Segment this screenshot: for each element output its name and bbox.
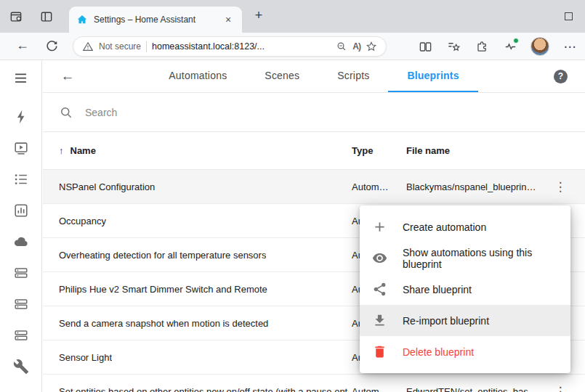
menu-item-label: Create automation: [403, 221, 486, 233]
logbook-icon[interactable]: [12, 171, 30, 188]
trash-icon: [372, 344, 387, 359]
security-label: Not secure: [99, 41, 141, 52]
profile-avatar[interactable]: [530, 37, 549, 56]
read-aloud-icon[interactable]: A): [352, 41, 360, 52]
table-row[interactable]: Set entities based on other entities new…: [43, 375, 585, 392]
essentials-status-dot: [513, 38, 519, 44]
history-icon[interactable]: [12, 202, 30, 219]
split-screen-icon[interactable]: [417, 38, 433, 54]
ha-sidebar: [0, 60, 42, 392]
share-icon: [372, 282, 387, 297]
menu-item-label: Share blueprint: [403, 284, 472, 295]
search-icon: [59, 105, 73, 120]
blueprint-context-menu: Create automation Show automations using…: [360, 205, 570, 373]
zoom-out-icon[interactable]: [336, 41, 347, 52]
tab-automations[interactable]: Automations: [150, 60, 246, 92]
menu-item-show-automations[interactable]: Show automations using this blueprint: [360, 242, 570, 274]
row-name: NSPanel Configuration: [59, 181, 155, 192]
menu-item-label: Show automations using this blueprint: [403, 247, 558, 270]
energy-icon[interactable]: [12, 108, 30, 126]
row-name: Philips Hue v2 Smart Dimmer Switch and R…: [59, 284, 267, 295]
server-addon-icon-3[interactable]: [12, 327, 30, 344]
tab-title: Settings – Home Assistant: [94, 15, 216, 25]
column-header-name-label: Name: [70, 145, 96, 156]
menu-item-delete-blueprint[interactable]: Delete blueprint: [360, 336, 570, 367]
toolbar-right-buttons: ⋯: [417, 33, 578, 60]
row-overflow-menu-icon[interactable]: ⋮: [552, 179, 569, 195]
titlebar-left-buttons: [7, 0, 55, 33]
home-assistant-favicon: [76, 14, 88, 25]
developer-tools-icon[interactable]: [12, 358, 30, 375]
new-tab-button[interactable]: +: [250, 8, 267, 23]
server-addon-icon-2[interactable]: [12, 295, 30, 313]
ha-tabset: Automations Scenes Scripts Blueprints: [150, 60, 477, 92]
row-type: Autom…: [352, 386, 389, 392]
sort-ascending-icon: ↑: [59, 145, 64, 156]
menu-item-share-blueprint[interactable]: Share blueprint: [360, 274, 570, 305]
row-name: Overheating detection for all temperatur…: [59, 250, 266, 261]
server-addon-icon-1[interactable]: [12, 264, 30, 282]
row-name: Send a camera snapshot when motion is de…: [59, 318, 268, 329]
menu-item-create-automation[interactable]: Create automation: [360, 211, 570, 242]
cloud-icon[interactable]: [12, 233, 30, 250]
column-header-name[interactable]: ↑ Name: [59, 145, 96, 156]
sidebar-menu-icon[interactable]: [12, 69, 30, 86]
menu-item-label: Delete blueprint: [403, 346, 474, 358]
address-bar[interactable]: Not secure homeassistant.local:8123/... …: [73, 36, 387, 57]
tab-blueprints[interactable]: Blueprints: [388, 60, 477, 92]
maximize-button[interactable]: [565, 12, 573, 20]
row-file: EdwardTEN/set_entities_bas…: [406, 386, 538, 392]
tab-actions-icon[interactable]: [38, 8, 55, 25]
browser-essentials-icon[interactable]: [502, 38, 518, 54]
row-overflow-menu-icon[interactable]: ⋮: [552, 384, 569, 392]
blueprints-header: ← Automations Scenes Scripts Blueprints …: [43, 60, 585, 93]
search-input[interactable]: [85, 107, 318, 118]
search-row: [43, 93, 585, 132]
row-name: Set entities based on other entities new…: [59, 386, 348, 392]
column-header-file[interactable]: File name: [406, 145, 450, 156]
favorites-hub-icon[interactable]: [445, 38, 461, 54]
browser-back-button[interactable]: ←: [15, 38, 31, 53]
row-file: Blackymas/nspanel_blueprin…: [406, 181, 536, 192]
row-name: Occupancy: [59, 216, 106, 226]
not-secure-warning-icon[interactable]: [82, 41, 94, 52]
browser-tab[interactable]: Settings – Home Assistant ×: [69, 7, 242, 33]
address-divider: [146, 41, 147, 52]
refresh-button[interactable]: [45, 39, 59, 53]
sidebar-nav-icons: [12, 108, 30, 375]
url-text[interactable]: homeassistant.local:8123/...: [152, 41, 331, 52]
tab-scripts[interactable]: Scripts: [318, 60, 388, 92]
menu-item-reimport-blueprint[interactable]: Re-import blueprint: [360, 305, 570, 336]
tab-scenes[interactable]: Scenes: [246, 60, 318, 92]
table-header: ↑ Name Type File name: [43, 132, 585, 170]
row-type: Autom…: [352, 181, 389, 192]
row-name: Sensor Light: [59, 352, 112, 363]
menu-item-label: Re-import blueprint: [403, 315, 489, 327]
plus-icon: [372, 219, 387, 234]
table-row[interactable]: NSPanel Configuration Autom… Blackymas/n…: [43, 170, 585, 204]
tab-close-icon[interactable]: ×: [222, 14, 235, 25]
help-button[interactable]: ?: [554, 70, 568, 83]
browser-menu-button[interactable]: ⋯: [562, 38, 578, 54]
extensions-icon[interactable]: [474, 38, 490, 54]
browser-titlebar: Settings – Home Assistant × +: [0, 0, 585, 33]
ha-back-button[interactable]: ←: [59, 68, 76, 84]
column-header-type[interactable]: Type: [352, 145, 373, 156]
browser-toolbar: ← Not secure homeassistant.local:8123/..…: [0, 33, 585, 60]
workspaces-icon[interactable]: [7, 8, 25, 25]
favorites-star-icon[interactable]: [366, 41, 377, 52]
media-browser-icon[interactable]: [12, 139, 30, 157]
reimport-download-icon: [372, 313, 387, 328]
eye-icon: [372, 250, 387, 266]
